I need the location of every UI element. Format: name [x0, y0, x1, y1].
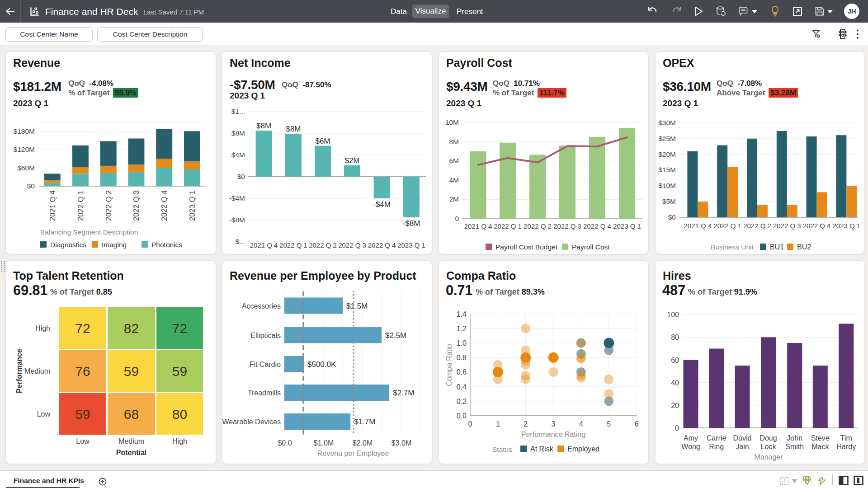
svg-text:$500.0K: $500.0K	[307, 360, 336, 369]
svg-text:72: 72	[75, 321, 90, 336]
svg-text:$0: $0	[668, 213, 676, 221]
svg-text:Carrie: Carrie	[707, 434, 726, 442]
svg-text:76: 76	[75, 364, 90, 379]
svg-text:$0: $0	[27, 182, 35, 190]
svg-text:2021 Q 4: 2021 Q 4	[464, 222, 492, 230]
svg-text:BU1: BU1	[770, 243, 784, 251]
svg-text:2022 Q 3: 2022 Q 3	[553, 222, 581, 230]
svg-text:2022 Q 4: 2022 Q 4	[368, 241, 396, 249]
svg-text:82: 82	[124, 321, 139, 336]
svg-text:2021 Q 4: 2021 Q 4	[48, 190, 57, 221]
svg-text:$180M: $180M	[14, 127, 35, 135]
svg-text:0: 0	[468, 420, 472, 428]
svg-text:-$4M: -$4M	[229, 194, 245, 202]
svg-text:$8M: $8M	[256, 122, 271, 130]
svg-text:2023 Q 1: 2023 Q 1	[397, 241, 425, 249]
svg-text:0.8: 0.8	[457, 354, 467, 361]
svg-text:Medium: Medium	[118, 437, 144, 445]
svg-text:$8M: $8M	[231, 129, 245, 137]
svg-text:Steve: Steve	[811, 434, 830, 442]
svg-text:59: 59	[172, 364, 187, 379]
svg-text:Mack: Mack	[811, 443, 829, 450]
svg-text:Photonics: Photonics	[151, 241, 182, 249]
svg-text:Treadmills: Treadmills	[248, 389, 281, 397]
svg-text:-$8M: -$8M	[403, 219, 420, 228]
svg-text:2022 Q 1: 2022 Q 1	[494, 222, 522, 230]
svg-text:100: 100	[667, 311, 679, 319]
svg-text:$1.7M: $1.7M	[354, 418, 375, 426]
svg-text:$30M: $30M	[658, 119, 676, 127]
svg-text:Potential: Potential	[116, 449, 147, 456]
svg-text:$60M: $60M	[17, 164, 35, 172]
svg-text:Performance Rating: Performance Rating	[521, 431, 585, 438]
svg-text:$2.5M: $2.5M	[385, 331, 406, 340]
svg-text:-$...: -$...	[233, 238, 245, 245]
svg-text:Payroll Cost: Payroll Cost	[572, 243, 610, 251]
svg-text:68: 68	[124, 407, 139, 422]
svg-text:2022 Q 4: 2022 Q 4	[160, 190, 168, 221]
svg-text:$2M: $2M	[344, 156, 359, 165]
svg-text:BU2: BU2	[797, 243, 811, 251]
svg-text:2022 Q 2: 2022 Q 2	[309, 241, 337, 249]
svg-text:Imaging: Imaging	[102, 241, 127, 249]
svg-text:8M: 8M	[449, 138, 459, 145]
svg-text:2022 Q 2: 2022 Q 2	[743, 222, 771, 230]
svg-text:Revenu per Employee: Revenu per Employee	[317, 450, 389, 457]
svg-text:2021 Q 4: 2021 Q 4	[684, 222, 712, 230]
svg-text:59: 59	[75, 407, 90, 422]
svg-text:Wearable Devices: Wearable Devices	[222, 418, 281, 426]
svg-text:Accessories: Accessories	[242, 302, 281, 310]
svg-text:59: 59	[124, 364, 139, 379]
svg-text:2022 Q 3: 2022 Q 3	[338, 241, 366, 249]
svg-text:1.0: 1.0	[457, 339, 467, 347]
svg-text:$10M: $10M	[658, 182, 676, 189]
svg-text:2022 Q 1: 2022 Q 1	[279, 241, 307, 249]
svg-text:High: High	[35, 324, 50, 332]
svg-text:2021 Q 4: 2021 Q 4	[250, 241, 278, 249]
svg-text:Jain: Jain	[736, 443, 749, 450]
svg-text:$1.0M: $1.0M	[314, 439, 334, 447]
svg-text:80: 80	[671, 333, 679, 341]
svg-text:0.2: 0.2	[457, 398, 467, 405]
svg-text:$3.0M: $3.0M	[392, 439, 411, 447]
svg-text:$0: $0	[237, 173, 245, 180]
svg-text:High: High	[172, 437, 187, 445]
svg-text:Balancing Segment Description: Balancing Segment Description	[40, 228, 138, 236]
svg-text:Doug: Doug	[760, 434, 777, 442]
svg-text:4: 4	[579, 420, 583, 428]
svg-text:Business Unit: Business Unit	[711, 243, 754, 251]
svg-text:Hardy: Hardy	[836, 443, 856, 450]
svg-text:-$8M: -$8M	[229, 216, 245, 224]
svg-text:Low: Low	[76, 437, 90, 445]
svg-text:2022 Q 1: 2022 Q 1	[713, 222, 741, 230]
svg-text:David: David	[733, 434, 752, 442]
svg-text:0.6: 0.6	[457, 368, 467, 376]
svg-text:0: 0	[455, 215, 459, 222]
svg-text:Lock: Lock	[761, 443, 777, 450]
svg-text:$25M: $25M	[658, 135, 676, 142]
svg-text:$5M: $5M	[662, 197, 676, 205]
svg-text:At Risk: At Risk	[530, 445, 554, 453]
svg-text:2023 Q 1: 2023 Q 1	[188, 190, 196, 221]
svg-text:Status: Status	[492, 446, 512, 453]
svg-text:Wong: Wong	[681, 443, 700, 450]
svg-text:$8M: $8M	[286, 125, 301, 133]
svg-text:60: 60	[671, 357, 679, 364]
svg-text:Medium: Medium	[24, 367, 50, 375]
svg-text:1.2: 1.2	[457, 325, 467, 333]
svg-text:2022 Q 3: 2022 Q 3	[773, 222, 801, 230]
svg-text:Fit Cardio: Fit Cardio	[250, 361, 281, 368]
svg-text:72: 72	[172, 321, 187, 336]
svg-text:2023 Q 1: 2023 Q 1	[833, 222, 861, 230]
svg-text:Manager: Manager	[754, 453, 783, 461]
svg-text:2022 Q 2: 2022 Q 2	[524, 222, 552, 230]
svg-text:2022 Q 2: 2022 Q 2	[104, 190, 113, 221]
svg-text:3: 3	[552, 420, 556, 428]
svg-text:Compa Ratio: Compa Ratio	[445, 344, 453, 386]
svg-text:80: 80	[172, 407, 187, 422]
svg-text:$1...: $1...	[231, 108, 245, 115]
svg-text:0: 0	[675, 424, 679, 432]
svg-text:Low: Low	[37, 410, 51, 418]
svg-text:Amy: Amy	[684, 434, 698, 442]
svg-text:$6M: $6M	[315, 137, 330, 145]
